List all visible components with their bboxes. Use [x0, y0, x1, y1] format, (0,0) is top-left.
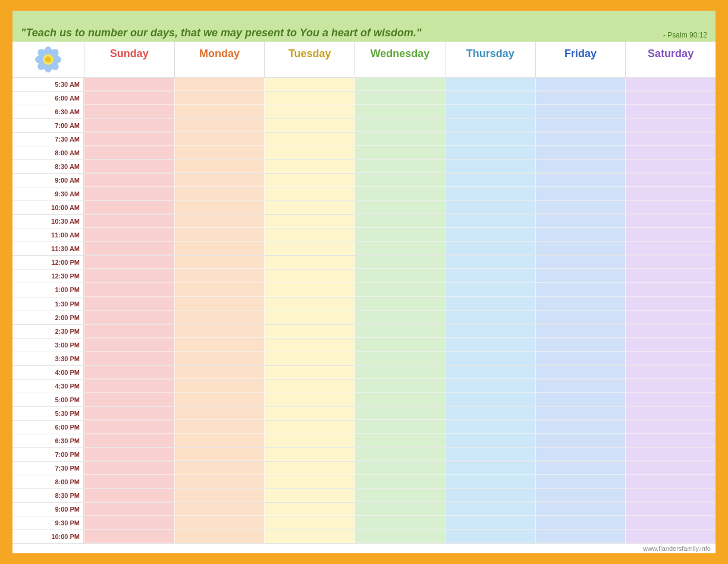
day-cell-thursday[interactable] — [445, 434, 535, 447]
day-cell-tuesday[interactable] — [264, 92, 354, 105]
day-cell-monday[interactable] — [174, 297, 265, 311]
day-cell-wednesday[interactable] — [354, 160, 445, 173]
day-cell-wednesday[interactable] — [354, 489, 445, 502]
day-cell-tuesday[interactable] — [264, 339, 354, 352]
day-cell-friday[interactable] — [535, 215, 626, 228]
day-cell-sunday[interactable] — [84, 489, 174, 502]
day-cell-wednesday[interactable] — [354, 256, 445, 269]
day-cell-thursday[interactable] — [445, 256, 535, 269]
day-cell-monday[interactable] — [174, 516, 265, 529]
day-cell-friday[interactable] — [535, 421, 626, 434]
day-cell-friday[interactable] — [535, 434, 626, 447]
day-cell-sunday[interactable] — [84, 325, 174, 338]
day-cell-saturday[interactable] — [625, 503, 716, 516]
day-cell-tuesday[interactable] — [264, 393, 354, 406]
day-cell-friday[interactable] — [535, 516, 626, 529]
day-cell-thursday[interactable] — [445, 448, 535, 461]
day-cell-tuesday[interactable] — [264, 270, 354, 283]
day-cell-monday[interactable] — [174, 242, 265, 255]
day-cell-saturday[interactable] — [625, 434, 716, 447]
day-cell-thursday[interactable] — [445, 201, 535, 214]
day-cell-wednesday[interactable] — [354, 393, 445, 406]
day-cell-monday[interactable] — [174, 119, 265, 132]
day-cell-saturday[interactable] — [625, 92, 716, 105]
day-cell-friday[interactable] — [535, 489, 626, 502]
day-cell-monday[interactable] — [174, 407, 265, 420]
day-cell-thursday[interactable] — [445, 187, 535, 200]
day-cell-monday[interactable] — [174, 393, 265, 406]
day-cell-friday[interactable] — [535, 133, 626, 146]
day-cell-thursday[interactable] — [445, 339, 535, 352]
day-cell-tuesday[interactable] — [264, 215, 354, 228]
day-cell-saturday[interactable] — [625, 489, 716, 502]
day-cell-tuesday[interactable] — [264, 228, 354, 242]
day-cell-monday[interactable] — [174, 174, 265, 187]
day-cell-wednesday[interactable] — [354, 421, 445, 434]
day-cell-tuesday[interactable] — [264, 434, 354, 447]
day-cell-monday[interactable] — [174, 78, 265, 91]
day-cell-wednesday[interactable] — [354, 119, 445, 132]
day-cell-monday[interactable] — [174, 201, 265, 214]
day-cell-wednesday[interactable] — [354, 215, 445, 228]
day-cell-monday[interactable] — [174, 325, 265, 338]
day-cell-friday[interactable] — [535, 119, 626, 132]
day-cell-tuesday[interactable] — [264, 489, 354, 502]
day-cell-wednesday[interactable] — [354, 297, 445, 311]
day-cell-tuesday[interactable] — [264, 516, 354, 529]
day-cell-friday[interactable] — [535, 407, 626, 420]
day-cell-friday[interactable] — [535, 380, 626, 393]
day-cell-thursday[interactable] — [445, 421, 535, 434]
day-cell-tuesday[interactable] — [264, 256, 354, 269]
day-cell-monday[interactable] — [174, 270, 265, 283]
day-cell-friday[interactable] — [535, 475, 626, 488]
day-cell-wednesday[interactable] — [354, 448, 445, 461]
day-cell-thursday[interactable] — [445, 174, 535, 187]
day-cell-friday[interactable] — [535, 297, 626, 311]
day-cell-saturday[interactable] — [625, 462, 716, 475]
day-cell-thursday[interactable] — [445, 325, 535, 338]
day-cell-wednesday[interactable] — [354, 270, 445, 283]
day-cell-sunday[interactable] — [84, 530, 174, 543]
day-cell-friday[interactable] — [535, 352, 626, 365]
day-cell-wednesday[interactable] — [354, 283, 445, 296]
day-cell-monday[interactable] — [174, 434, 265, 447]
day-cell-wednesday[interactable] — [354, 105, 445, 118]
day-cell-sunday[interactable] — [84, 283, 174, 296]
day-cell-tuesday[interactable] — [264, 297, 354, 311]
day-cell-saturday[interactable] — [625, 339, 716, 352]
day-cell-monday[interactable] — [174, 462, 265, 475]
day-cell-saturday[interactable] — [625, 530, 716, 543]
day-cell-wednesday[interactable] — [354, 475, 445, 488]
day-cell-saturday[interactable] — [625, 174, 716, 187]
day-cell-monday[interactable] — [174, 160, 265, 173]
day-cell-thursday[interactable] — [445, 105, 535, 118]
day-cell-sunday[interactable] — [84, 146, 174, 159]
day-cell-saturday[interactable] — [625, 448, 716, 461]
day-cell-thursday[interactable] — [445, 228, 535, 242]
day-cell-monday[interactable] — [174, 311, 265, 324]
day-cell-wednesday[interactable] — [354, 228, 445, 242]
day-cell-monday[interactable] — [174, 92, 265, 105]
day-cell-sunday[interactable] — [84, 78, 174, 91]
day-cell-monday[interactable] — [174, 256, 265, 269]
day-cell-friday[interactable] — [535, 256, 626, 269]
day-cell-sunday[interactable] — [84, 311, 174, 324]
day-cell-sunday[interactable] — [84, 434, 174, 447]
day-cell-saturday[interactable] — [625, 393, 716, 406]
day-cell-sunday[interactable] — [84, 297, 174, 311]
day-cell-wednesday[interactable] — [354, 325, 445, 338]
day-cell-saturday[interactable] — [625, 146, 716, 159]
day-cell-tuesday[interactable] — [264, 366, 354, 379]
day-cell-saturday[interactable] — [625, 201, 716, 214]
day-cell-tuesday[interactable] — [264, 448, 354, 461]
day-cell-tuesday[interactable] — [264, 407, 354, 420]
day-cell-wednesday[interactable] — [354, 380, 445, 393]
day-cell-tuesday[interactable] — [264, 380, 354, 393]
day-cell-saturday[interactable] — [625, 311, 716, 324]
day-cell-saturday[interactable] — [625, 352, 716, 365]
day-cell-tuesday[interactable] — [264, 201, 354, 214]
day-cell-monday[interactable] — [174, 503, 265, 516]
day-cell-wednesday[interactable] — [354, 78, 445, 91]
day-cell-friday[interactable] — [535, 78, 626, 91]
day-cell-tuesday[interactable] — [264, 462, 354, 475]
